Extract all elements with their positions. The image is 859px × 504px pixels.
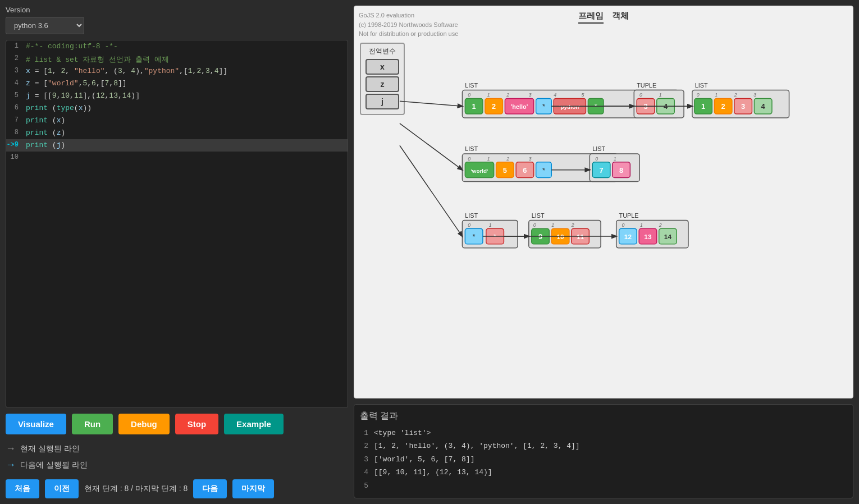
svg-text:1: 1	[472, 102, 476, 111]
svg-text:LIST: LIST	[465, 145, 478, 152]
solid-arrow-icon: →	[6, 443, 16, 455]
output-line-text: <type 'list'>	[374, 427, 431, 439]
tab-frame[interactable]: 프레임	[578, 11, 604, 24]
svg-text:1: 1	[487, 92, 490, 98]
output-line-num: 3	[360, 453, 368, 466]
debug-button[interactable]: Debug	[118, 414, 170, 434]
visualize-button[interactable]: Visualize	[6, 414, 66, 434]
output-line: 2[1, 2, 'hello', (3, 4), 'python', [1, 2…	[360, 439, 847, 452]
svg-text:2: 2	[492, 102, 496, 111]
tab-object[interactable]: 객체	[612, 11, 629, 24]
line-marker-5: 5	[6, 90, 23, 99]
svg-text:*: *	[542, 102, 545, 111]
code-line-4: 4z = ["world",5,6,[7,8]]	[6, 77, 348, 90]
output-line-text: [[9, 10, 11], (12, 13, 14)]	[374, 466, 492, 479]
code-line-10: 10	[6, 152, 348, 164]
line-content-1: #-*- coding:utf-8 -*-	[23, 41, 348, 51]
line-marker-1: 1	[6, 41, 23, 50]
svg-text:0: 0	[622, 222, 625, 228]
svg-text:10: 10	[556, 233, 564, 241]
svg-text:0: 0	[468, 156, 470, 162]
svg-text:3: 3	[529, 156, 532, 162]
output-line: 5	[360, 479, 847, 492]
legend-next: → 다음에 실행될 라인	[6, 459, 348, 471]
svg-text:'python': 'python'	[559, 104, 581, 110]
svg-text:4: 4	[554, 92, 556, 98]
code-line-7: 7print (x)	[6, 114, 348, 127]
svg-text:2: 2	[734, 92, 737, 98]
svg-text:13: 13	[644, 233, 652, 241]
code-editor[interactable]: 1#-*- coding:utf-8 -*- 2# list & set 자료형…	[6, 40, 348, 408]
svg-text:LIST: LIST	[695, 82, 708, 89]
legend-section: → 현재 실행된 라인 → 다음에 실행될 라인	[6, 443, 348, 471]
svg-text:2: 2	[571, 222, 574, 228]
code-line-8: 8print (z)	[6, 127, 348, 139]
svg-text:LIST: LIST	[465, 212, 478, 219]
svg-text:1: 1	[551, 222, 554, 228]
svg-text:2: 2	[506, 156, 509, 162]
svg-text:*: *	[542, 166, 545, 175]
viz-svg: LIST 0 1 2 3 4 5 1 2	[354, 37, 853, 398]
svg-text:1: 1	[659, 92, 662, 98]
buttons-row: Visualize Run Debug Stop Example	[6, 414, 348, 434]
code-line-6: 6print (type(x))	[6, 102, 348, 114]
svg-text:*: *	[473, 232, 476, 241]
svg-text:'hello': 'hello'	[511, 103, 528, 110]
version-select[interactable]: python 3.6 python 2.7	[6, 17, 84, 34]
line-marker-4: 4	[6, 78, 23, 87]
code-line-2: 2# list & set 자료형 선언과 출력 예제	[6, 53, 348, 65]
line-content-3: x = [1, 2, "hello", (3, 4),"python",[1,2…	[23, 66, 348, 75]
line-content-10	[23, 152, 348, 153]
line-content-8: print (z)	[23, 127, 348, 137]
svg-text:2: 2	[659, 222, 662, 228]
output-line: 3['world', 5, 6, [7, 8]]	[360, 453, 847, 466]
nav-row: 처음 이전 현재 단계 : 8 / 마지막 단계 : 8 다음 마지막	[6, 479, 348, 498]
right-panel: GoJS 2.0 evaluation (c) 1998-2019 Northw…	[354, 6, 853, 498]
line-content-6: print (type(x))	[23, 103, 348, 112]
left-panel: Version python 3.6 python 2.7 1#-*- codi…	[6, 6, 348, 498]
line-content-7: print (x)	[23, 115, 348, 125]
code-line-1: 1#-*- coding:utf-8 -*-	[6, 40, 348, 53]
stop-button[interactable]: Stop	[175, 414, 218, 434]
svg-text:0: 0	[468, 222, 470, 228]
example-button[interactable]: Example	[224, 414, 284, 434]
line-marker-9: ->9	[6, 140, 23, 149]
svg-text:1: 1	[715, 92, 718, 98]
svg-text:8: 8	[619, 166, 623, 175]
version-label: Version	[6, 6, 348, 14]
run-button[interactable]: Run	[72, 414, 113, 434]
output-line-num: 1	[360, 427, 368, 439]
output-line-text: [1, 2, 'hello', (3, 4), 'python', [1, 2,…	[374, 439, 580, 452]
svg-text:1: 1	[489, 222, 492, 228]
dashed-arrow-icon: →	[6, 459, 16, 471]
svg-text:5: 5	[582, 92, 584, 98]
output-lines: 1<type 'list'>2[1, 2, 'hello', (3, 4), '…	[360, 427, 847, 492]
output-line-num: 5	[360, 479, 368, 492]
svg-text:3: 3	[529, 92, 532, 98]
svg-text:1: 1	[701, 102, 705, 111]
output-title: 출력 결과	[360, 410, 847, 422]
viz-watermark: GoJS 2.0 evaluation (c) 1998-2019 Northw…	[359, 11, 458, 39]
svg-text:12: 12	[624, 233, 632, 241]
legend-current-label: 현재 실행된 라인	[20, 444, 80, 454]
legend-current: → 현재 실행된 라인	[6, 443, 348, 455]
svg-text:14: 14	[664, 233, 672, 241]
next-button[interactable]: 다음	[193, 479, 227, 498]
svg-text:11: 11	[577, 233, 584, 241]
line-content-5: j = [[9,10,11],(12,13,14)]	[23, 90, 348, 100]
prev-button[interactable]: 이전	[45, 479, 79, 498]
svg-text:1: 1	[614, 156, 616, 162]
line-content-2: # list & set 자료형 선언과 출력 예제	[23, 53, 348, 65]
output-line: 4[[9, 10, 11], (12, 13, 14)]	[360, 466, 847, 479]
line-content-4: z = ["world",5,6,[7,8]]	[23, 78, 348, 88]
line-marker-3: 3	[6, 66, 23, 75]
last-button[interactable]: 마지막	[232, 479, 274, 498]
svg-text:6: 6	[523, 166, 527, 175]
line-marker-8: 8	[6, 127, 23, 136]
svg-text:3: 3	[753, 92, 756, 98]
svg-text:2: 2	[721, 102, 725, 111]
code-line-3: 3x = [1, 2, "hello", (3, 4),"python",[1,…	[6, 65, 348, 77]
first-button[interactable]: 처음	[6, 479, 39, 498]
svg-line-100	[400, 123, 462, 170]
svg-text:0: 0	[639, 92, 642, 98]
